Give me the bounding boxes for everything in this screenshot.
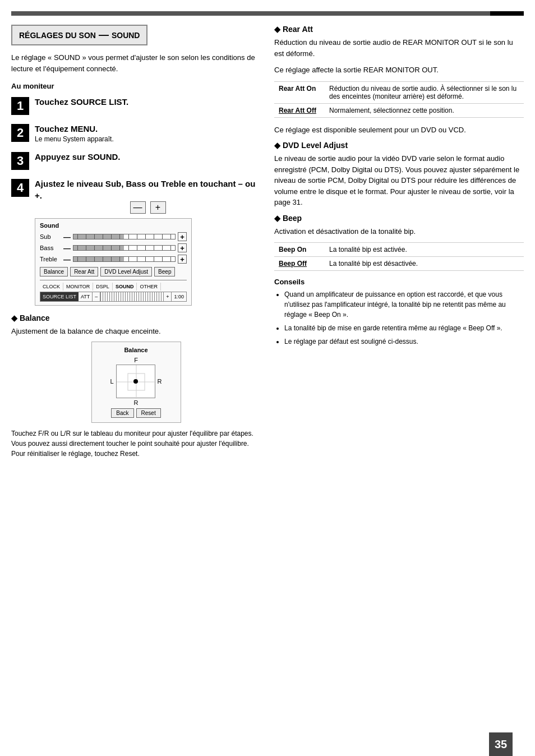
rear-att-button[interactable]: Rear Att <box>70 267 98 276</box>
tick <box>94 246 95 250</box>
left-column: Réglages du son — SOUND Le réglage « SOU… <box>11 25 261 464</box>
nav-clock[interactable]: CLOCK <box>40 283 63 291</box>
balance-section: Balance Ajustement de la balance de chaq… <box>11 314 261 459</box>
bottom-time: 1:00 <box>171 292 186 301</box>
dvd-level-adjust-button[interactable]: DVD Level Adjust <box>100 267 152 276</box>
tick <box>128 257 129 261</box>
balance-dot <box>133 379 138 384</box>
beep-off-desc: La tonalité bip est désactivée. <box>325 257 524 271</box>
beep-button[interactable]: Beep <box>154 267 175 276</box>
sub-plus-icon[interactable]: + <box>178 232 187 241</box>
tick <box>86 246 86 250</box>
balance-buttons: Back Reset <box>96 408 176 418</box>
treble-plus-icon[interactable]: + <box>178 255 187 264</box>
bass-slider-row: Bass — <box>40 243 187 252</box>
rear-att-table: Rear Att On Réduction du niveau de sorti… <box>274 81 524 118</box>
rear-att-body2: Ce réglage affecte la sortie REAR MONITO… <box>274 64 524 76</box>
bottom-plus[interactable]: + <box>163 292 171 301</box>
tick <box>154 257 154 261</box>
bottom-minus[interactable]: – <box>93 292 100 301</box>
balance-inner-box[interactable] <box>116 365 155 398</box>
att-label[interactable]: ATT <box>79 292 93 301</box>
treble-slider-row: Treble — <box>40 255 187 264</box>
page-number: 35 <box>489 732 513 756</box>
rear-att-off-desc: Normalement, sélectionnez cette position… <box>325 103 524 117</box>
rear-att-on-label: Rear Att On <box>274 81 325 103</box>
rear-att-note: Ce réglage est disponible seulement pour… <box>274 125 524 136</box>
reset-button[interactable]: Reset <box>136 408 161 418</box>
step-content-1: Touchez SOURCE LIST. <box>35 96 261 108</box>
treble-label: Treble <box>40 256 61 262</box>
dvd-level-body: Le niveau de sortie audio pour la vidéo … <box>274 153 524 208</box>
bass-slider-track[interactable] <box>73 245 176 251</box>
tick <box>145 246 146 250</box>
sound-ui-title: Sound <box>40 222 187 229</box>
tick <box>137 246 137 250</box>
list-item: Quand un amplificateur de puissance en o… <box>284 289 524 320</box>
beep-off-label: Beep Off <box>274 257 325 271</box>
step-4: 4 Ajustez le niveau Sub, Bass ou Treble … <box>11 178 261 306</box>
treble-minus-icon[interactable]: — <box>63 255 71 264</box>
sub-minus-icon[interactable]: — <box>63 233 71 241</box>
tick <box>137 234 137 239</box>
tick <box>170 234 171 239</box>
tick <box>111 246 112 250</box>
step-1: 1 Touchez SOURCE LIST. <box>11 96 261 115</box>
step-number-3: 3 <box>11 152 29 170</box>
table-row: Beep On La tonalité bip est activée. <box>274 243 524 257</box>
nav-sound[interactable]: SOUND <box>113 283 137 291</box>
beep-section: Beep Activation et désactivation de la t… <box>274 214 524 271</box>
tick <box>77 246 78 250</box>
bass-label: Bass <box>40 245 61 251</box>
nav-other[interactable]: OTHER <box>137 283 161 291</box>
device-bottom-bar: SOURCE LIST ATT – + 1:00 <box>40 292 187 302</box>
bottom-slider[interactable] <box>100 292 163 301</box>
dvd-level-section: DVD Level Adjust Le niveau de sortie aud… <box>274 141 524 208</box>
tick <box>162 246 163 250</box>
step-number-1: 1 <box>11 97 29 115</box>
balance-l-label: L <box>110 378 113 385</box>
tick <box>170 246 171 250</box>
tick <box>128 234 129 239</box>
tick <box>119 246 120 250</box>
pm-buttons: — + <box>35 201 261 214</box>
source-list-label[interactable]: SOURCE LIST <box>40 292 79 301</box>
step-2: 2 Touchez MENU. Le menu System apparaît. <box>11 123 261 143</box>
balance-ui-title: Balance <box>96 347 176 353</box>
tick <box>103 257 103 261</box>
tick <box>77 234 78 239</box>
sub-heading: Au moniteur <box>11 82 261 90</box>
balance-button[interactable]: Balance <box>40 267 68 276</box>
step-content-4: Ajustez le niveau Sub, Bass ou Treble en… <box>35 178 261 306</box>
beep-on-label: Beep On <box>274 243 325 257</box>
bass-minus-icon[interactable]: — <box>63 244 71 252</box>
plus-button[interactable]: + <box>150 201 166 214</box>
rear-att-body1: Réduction du niveau de sortie audio de R… <box>274 37 524 59</box>
balance-heading: Balance <box>11 314 261 322</box>
back-button[interactable]: Back <box>111 408 133 418</box>
step-content-3: Appuyez sur SOUND. <box>35 151 261 163</box>
balance-ui: Balance F L <box>91 342 181 423</box>
tick <box>86 257 86 261</box>
bass-plus-icon[interactable]: + <box>178 243 187 252</box>
sound-buttons-row: Balance Rear Att DVD Level Adjust Beep <box>40 267 187 276</box>
table-row: Rear Att On Réduction du niveau de sorti… <box>274 81 524 103</box>
tick <box>103 246 103 250</box>
nav-dspl[interactable]: DSPL <box>93 283 113 291</box>
beep-on-desc: La tonalité bip est activée. <box>325 243 524 257</box>
minus-button[interactable]: — <box>130 201 146 214</box>
nav-monitor[interactable]: MONITOR <box>63 283 93 291</box>
tick <box>154 234 154 239</box>
tick <box>154 246 154 250</box>
step-content-2: Touchez MENU. Le menu System apparaît. <box>35 123 261 143</box>
tick <box>111 234 112 239</box>
right-column: Rear Att Réduction du niveau de sortie a… <box>274 25 524 464</box>
rear-att-on-desc: Réduction du niveau de sortie audio. À s… <box>325 81 524 103</box>
tick <box>170 257 171 261</box>
treble-slider-track[interactable] <box>73 256 176 262</box>
sub-slider-track[interactable] <box>73 234 176 239</box>
dvd-level-heading: DVD Level Adjust <box>274 141 524 150</box>
tick <box>77 257 78 261</box>
balance-back-label: R <box>134 399 139 406</box>
tick <box>145 234 146 239</box>
